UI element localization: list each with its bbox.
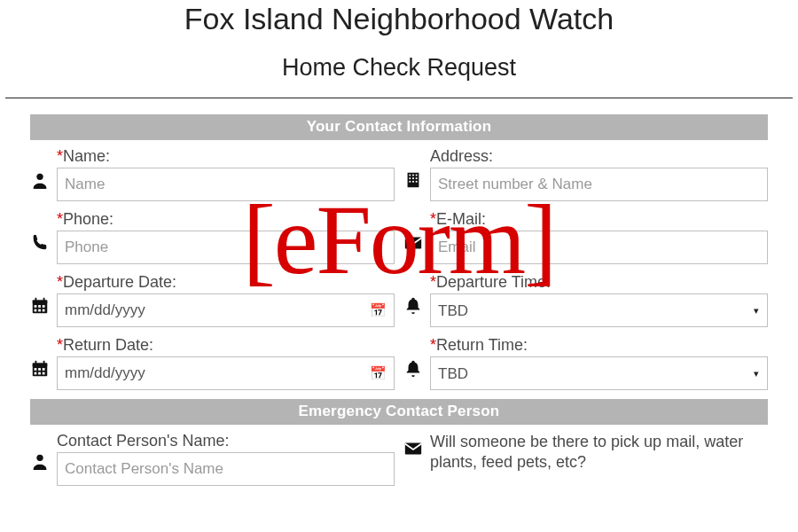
svg-rect-23 [33, 364, 48, 367]
svg-rect-19 [35, 309, 37, 312]
name-label: *Name: [57, 147, 395, 166]
svg-rect-14 [35, 298, 37, 302]
helper-text: Will someone be there to pick up mail, w… [430, 432, 768, 472]
phone-label: *Phone: [57, 210, 395, 229]
bell-icon [403, 296, 425, 316]
svg-rect-7 [416, 177, 418, 179]
phone-icon [30, 233, 51, 253]
return-time-select[interactable]: TBD [430, 356, 768, 390]
departure-date-input[interactable]: mm/dd/yyyy 📅 [57, 293, 395, 327]
calendar-picker-icon: 📅 [370, 302, 387, 318]
svg-rect-3 [412, 175, 414, 176]
svg-rect-31 [43, 372, 45, 375]
address-input[interactable] [430, 168, 768, 201]
building-icon [403, 170, 425, 190]
svg-rect-5 [409, 177, 411, 179]
svg-rect-24 [35, 361, 37, 365]
contact-name-label: Contact Person's Name: [57, 432, 395, 450]
return-time-label: *Return Time: [430, 336, 768, 355]
calendar-icon [30, 359, 51, 379]
page-subtitle: Home Check Request [0, 54, 798, 82]
bell-icon [403, 359, 425, 379]
email-input[interactable] [430, 231, 768, 264]
departure-time-select[interactable]: TBD [430, 293, 768, 327]
svg-rect-9 [412, 181, 414, 183]
svg-point-32 [36, 455, 43, 461]
departure-time-label: *Departure Time: [430, 273, 768, 292]
svg-rect-29 [35, 372, 37, 375]
svg-rect-6 [412, 177, 414, 179]
envelope-icon [403, 233, 425, 253]
svg-rect-21 [43, 309, 45, 312]
svg-rect-20 [38, 309, 41, 312]
svg-rect-15 [43, 298, 45, 302]
section-contact-info: Your Contact Information [30, 114, 768, 140]
contact-name-input[interactable] [57, 452, 395, 486]
envelope-icon [403, 439, 425, 458]
svg-rect-25 [43, 361, 45, 365]
departure-date-label: *Departure Date: [57, 273, 395, 292]
calendar-picker-icon: 📅 [370, 365, 387, 381]
svg-rect-18 [43, 305, 45, 308]
return-date-label: *Return Date: [57, 336, 395, 355]
svg-rect-26 [35, 368, 37, 371]
svg-rect-4 [416, 175, 418, 176]
svg-rect-2 [409, 175, 411, 176]
svg-point-0 [36, 174, 43, 180]
svg-rect-30 [38, 372, 41, 375]
address-label: Address: [430, 147, 768, 166]
svg-rect-16 [35, 305, 37, 308]
svg-rect-17 [38, 305, 41, 308]
person-icon [30, 170, 51, 190]
email-label: *E-Mail: [430, 210, 768, 229]
calendar-icon [30, 296, 51, 316]
page-title: Fox Island Neighborhood Watch [0, 0, 798, 36]
svg-rect-13 [33, 301, 48, 304]
svg-rect-10 [416, 181, 418, 183]
section-emergency-contact: Emergency Contact Person [30, 399, 768, 425]
svg-rect-28 [43, 368, 45, 371]
name-input[interactable] [57, 168, 395, 201]
phone-input[interactable] [57, 231, 395, 264]
person-icon [30, 451, 51, 471]
return-date-input[interactable]: mm/dd/yyyy 📅 [57, 356, 395, 390]
svg-rect-8 [409, 181, 411, 183]
svg-rect-27 [38, 368, 41, 371]
